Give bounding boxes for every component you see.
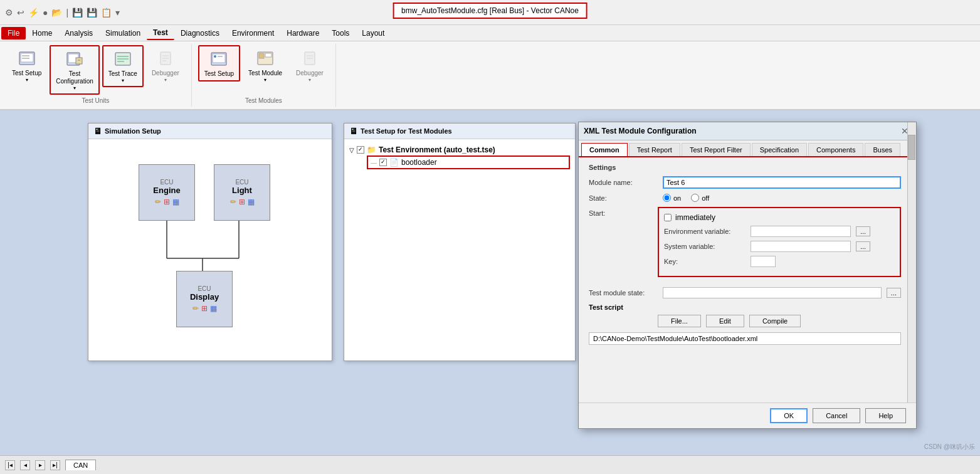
ecu-engine-small: ECU [160, 179, 173, 186]
ecu-engine-icon2: ⊞ [164, 198, 170, 206]
dialog-scrollbar[interactable] [907, 122, 916, 428]
immediately-label: immediately [675, 213, 715, 222]
ribbon-group-items: Test Setup ▾ TestConfiguration ▾ [6, 45, 185, 95]
status-tab-can[interactable]: CAN [65, 460, 96, 470]
ribbon-btn-test-setup-2[interactable]: Test Setup [198, 45, 240, 82]
test-setup-panel-title: Test Setup for Test Modules [361, 127, 452, 135]
cancel-button[interactable]: Cancel [813, 408, 860, 423]
tab-test-report-filter[interactable]: Test Report Filter [682, 143, 751, 156]
file-button[interactable]: File... [658, 315, 701, 327]
module-name-label: Module name: [589, 179, 658, 186]
ecu-engine-icon1: ✏ [155, 198, 161, 206]
state-off-label: off [702, 194, 709, 202]
scrollbar-thumb[interactable] [908, 135, 915, 160]
script-path-input[interactable] [589, 332, 901, 345]
quick-access-open[interactable]: 📂 [51, 8, 62, 18]
state-label: State: [589, 194, 658, 202]
compile-button[interactable]: Compile [749, 315, 801, 327]
dialog-title: XML Test Module Configuration [584, 127, 697, 135]
debugger-2-icon [300, 48, 320, 68]
quick-access-icon2[interactable]: ⚡ [28, 8, 39, 18]
ecu-light-icon1: ✏ [230, 198, 236, 206]
ecu-light[interactable]: ECU Light ✏ ⊞ ▦ [214, 164, 270, 221]
quick-access-save2[interactable]: 💾 [87, 8, 97, 18]
nav-prev-btn[interactable]: ◂ [20, 460, 30, 470]
state-on-label: on [673, 194, 681, 202]
state-off-option[interactable]: off [691, 194, 709, 202]
menu-analysis[interactable]: Analysis [58, 27, 99, 40]
svg-point-18 [214, 55, 216, 58]
tree-bootloader[interactable]: — 📄 bootloader [367, 155, 570, 169]
quick-access-icon3[interactable]: ● [43, 8, 48, 18]
edit-button[interactable]: Edit [706, 315, 744, 327]
menu-test[interactable]: Test [147, 26, 174, 40]
ok-button[interactable]: OK [770, 408, 808, 423]
debugger-1-arrow: ▾ [164, 77, 167, 83]
key-input[interactable] [751, 256, 776, 267]
sys-var-input[interactable] [751, 241, 851, 252]
svg-rect-6 [76, 58, 82, 64]
ribbon-btn-debugger-2[interactable]: Debugger ▾ [290, 45, 329, 86]
tree-bootloader-checkbox[interactable] [379, 159, 387, 166]
test-module-icon [255, 48, 275, 68]
quick-access-icon4[interactable]: 📋 [101, 8, 112, 18]
settings-section-title: Settings [589, 164, 901, 171]
menu-bar: File Home Analysis Simulation Test Diagn… [0, 25, 980, 41]
menu-layout[interactable]: Layout [356, 27, 391, 40]
ecu-display-name: Display [190, 292, 219, 302]
menu-environment[interactable]: Environment [226, 27, 280, 40]
dialog-footer: OK Cancel Help [579, 403, 916, 428]
ecu-light-icons: ✏ ⊞ ▦ [230, 198, 255, 206]
tab-test-report[interactable]: Test Report [629, 143, 680, 156]
sys-var-browse-btn[interactable]: ... [856, 241, 870, 251]
test-trace-icon [113, 49, 133, 69]
ribbon-btn-test-module[interactable]: Test Module ▾ [243, 45, 288, 86]
menu-home[interactable]: Home [26, 27, 58, 40]
test-setup-1-icon [17, 48, 37, 68]
ecu-engine-icons: ✏ ⊞ ▦ [155, 198, 179, 206]
ribbon-btn-debugger-1[interactable]: Debugger ▾ [146, 45, 185, 86]
quick-access-save[interactable]: 💾 [72, 8, 83, 18]
state-on-option[interactable]: on [663, 194, 681, 202]
test-module-state-browse-btn[interactable]: ... [887, 288, 901, 298]
state-off-radio[interactable] [691, 194, 699, 202]
module-name-input[interactable] [663, 176, 901, 189]
test-module-state-input[interactable] [663, 287, 882, 298]
env-var-browse-btn[interactable]: ... [856, 226, 870, 236]
help-button[interactable]: Help [865, 408, 906, 423]
state-on-radio[interactable] [663, 194, 671, 202]
quick-access-icon1[interactable]: ↩ [17, 8, 24, 18]
menu-hardware[interactable]: Hardware [280, 27, 325, 40]
debugger-2-arrow: ▾ [308, 77, 311, 83]
nav-first-btn[interactable]: |◂ [5, 460, 15, 470]
env-var-input[interactable] [751, 226, 851, 237]
ribbon-btn-test-trace[interactable]: Test Trace ▾ [102, 45, 144, 87]
tab-common[interactable]: Common [581, 143, 628, 156]
test-module-state-row: Test module state: ... [589, 287, 901, 298]
ribbon: Test Setup ▾ TestConfiguration ▾ [0, 41, 980, 110]
tree-collapse-icon: ▽ [349, 147, 354, 154]
debugger-1-icon [155, 48, 176, 68]
tab-specification[interactable]: Specification [752, 143, 807, 156]
start-label: Start: [589, 207, 658, 282]
start-section: immediately Environment variable: ... Sy… [658, 207, 901, 277]
menu-simulation[interactable]: Simulation [99, 27, 147, 40]
test-module-state-label: Test module state: [589, 289, 658, 297]
ecu-display[interactable]: ECU Display ✏ ⊞ ▦ [176, 271, 233, 327]
tree-env-checkbox[interactable] [357, 146, 364, 154]
menu-tools[interactable]: Tools [325, 27, 356, 40]
ecu-engine[interactable]: ECU Engine ✏ ⊞ ▦ [139, 164, 195, 221]
key-label: Key: [664, 258, 746, 265]
tab-buses[interactable]: Buses [865, 143, 900, 156]
menu-diagnostics[interactable]: Diagnostics [174, 27, 226, 40]
nav-last-btn[interactable]: ▸| [50, 460, 60, 470]
test-units-label: Test Units [0, 96, 191, 104]
ribbon-btn-test-setup-1[interactable]: Test Setup ▾ [6, 45, 47, 86]
ribbon-btn-test-config[interactable]: TestConfiguration ▾ [50, 45, 99, 95]
nav-next-btn[interactable]: ▸ [35, 460, 45, 470]
menu-file[interactable]: File [1, 27, 26, 40]
quick-access-icon5[interactable]: ▾ [115, 8, 120, 18]
immediately-checkbox[interactable] [664, 214, 672, 221]
tree-env[interactable]: ▽ 📁 Test Environment (auto_test.tse) [349, 144, 570, 155]
tab-components[interactable]: Components [808, 143, 863, 156]
